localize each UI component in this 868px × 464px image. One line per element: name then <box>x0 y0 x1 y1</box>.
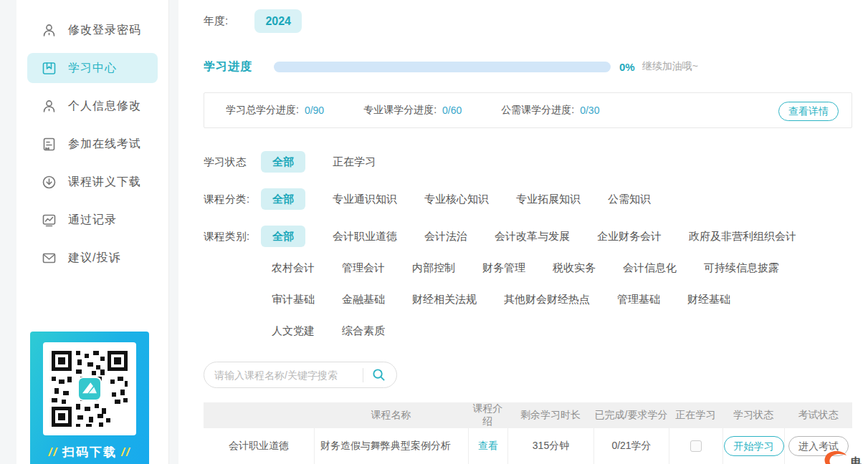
filter-option-综合素质[interactable]: 综合素质 <box>342 320 385 342</box>
filter-options-line: 全部专业通识知识专业核心知识专业拓展知识公需知识 <box>261 188 651 210</box>
course-category-text: 会计职业道德 <box>229 440 289 453</box>
filter-option-税收实务[interactable]: 税收实务 <box>553 257 596 279</box>
filter-option-会计改革与发展[interactable]: 会计改革与发展 <box>495 226 570 247</box>
page: 修改登录密码学习中心个人信息修改参加在线考试课程讲义下载通过记录建议/投诉 <box>0 0 868 464</box>
year-2024-badge[interactable]: 2024 <box>254 9 302 33</box>
filter-option-会计信息化[interactable]: 会计信息化 <box>623 257 677 279</box>
filter-option-管理基础[interactable]: 管理基础 <box>617 289 660 310</box>
filter-option-selected[interactable]: 全部 <box>261 226 305 247</box>
document-icon <box>42 137 57 152</box>
sidebar: 修改登录密码学习中心个人信息修改参加在线考试课程讲义下载通过记录建议/投诉 <box>16 0 169 464</box>
filter-options-line: 农村会计管理会计内部控制财务管理税收实务会计信息化可持续信息披露 <box>261 257 796 279</box>
progress-title: 学习进度 <box>204 59 252 74</box>
filter-options-line: 全部会计职业道德会计法治会计改革与发展企业财务会计政府及非营利组织会计 <box>261 226 796 247</box>
sidebar-item-label: 学习中心 <box>68 61 117 76</box>
search-box <box>204 362 397 388</box>
user-icon <box>42 23 57 38</box>
table-header: 课程名称课程介绍剩余学习时长已完成/要求学分正在学习学习状态考试状态 <box>204 402 852 428</box>
download-icon <box>42 175 57 190</box>
filter-option-企业财务会计[interactable]: 企业财务会计 <box>597 226 662 247</box>
sidebar-item-通过记录[interactable]: 通过记录 <box>27 205 158 235</box>
filter-option-公需知识[interactable]: 公需知识 <box>608 188 651 210</box>
filter-option-财经相关法规[interactable]: 财经相关法规 <box>412 289 477 310</box>
filter-option-其他财会财经热点[interactable]: 其他财会财经热点 <box>504 289 590 310</box>
category-cell: 会计职业道德 <box>204 428 314 464</box>
filter-option-管理会计[interactable]: 管理会计 <box>342 257 385 279</box>
filter-section: 学习状态全部正在学习课程分类:全部专业通识知识专业核心知识专业拓展知识公需知识课… <box>204 151 868 342</box>
filter-options: 全部会计职业道德会计法治会计改革与发展企业财务会计政府及非营利组织会计农村会计管… <box>261 226 796 342</box>
table-body: 会计职业道德财务造假与舞弊典型案例分析查看315分钟0/21学分开始学习进入考试 <box>204 428 852 464</box>
column-header-课程名称: 课程名称 <box>314 402 468 428</box>
course-name-cell: 财务造假与舞弊典型案例分析 <box>314 428 468 464</box>
filter-option-政府及非营利组织会计[interactable]: 政府及非营利组织会计 <box>689 226 796 247</box>
credit-stat: 公需课学分进度:0/30 <box>501 104 599 117</box>
filter-options: 全部正在学习 <box>261 151 376 173</box>
filter-option-专业通识知识[interactable]: 专业通识知识 <box>333 188 397 210</box>
studying-checkbox[interactable] <box>690 440 702 452</box>
user-icon <box>42 99 57 114</box>
remaining-cell: 315分钟 <box>507 428 593 464</box>
qr-code <box>43 342 136 435</box>
year-row: 年度: 2024 <box>204 9 868 33</box>
credit-stats-card: 学习总学分进度:0/90专业课学分进度:0/60公需课学分进度:0/30 查看详… <box>204 92 852 128</box>
floating-service-widget[interactable]: 电 <box>821 450 862 464</box>
scan-download-label: //扫码下载// <box>30 444 149 460</box>
filter-option-内部控制[interactable]: 内部控制 <box>412 257 455 279</box>
sidebar-menu: 修改登录密码学习中心个人信息修改参加在线考试课程讲义下载通过记录建议/投诉 <box>16 0 168 273</box>
sidebar-item-建议/投诉[interactable]: 建议/投诉 <box>27 243 158 273</box>
filter-option-专业核心知识[interactable]: 专业核心知识 <box>424 188 489 210</box>
bookmark-icon <box>42 61 57 76</box>
stat-value: 0/30 <box>580 105 599 116</box>
sidebar-item-label: 通过记录 <box>68 213 117 228</box>
filter-option-专业拓展知识[interactable]: 专业拓展知识 <box>516 188 581 210</box>
filter-option-财务管理[interactable]: 财务管理 <box>482 257 525 279</box>
view-details-button[interactable]: 查看详情 <box>778 102 839 121</box>
table-row: 会计职业道德财务造假与舞弊典型案例分析查看315分钟0/21学分开始学习进入考试 <box>204 428 852 464</box>
start-study-button[interactable]: 开始学习 <box>724 436 784 456</box>
sidebar-item-label: 个人信息修改 <box>68 99 141 114</box>
filter-option-selected[interactable]: 全部 <box>261 188 305 210</box>
filter-option-审计基础[interactable]: 审计基础 <box>272 289 315 310</box>
column-header-考试状态: 考试状态 <box>784 402 852 428</box>
sidebar-item-个人信息修改[interactable]: 个人信息修改 <box>27 91 158 121</box>
filter-options: 全部专业通识知识专业核心知识专业拓展知识公需知识 <box>261 188 651 210</box>
chart-icon <box>42 213 57 228</box>
app-download-card: //扫码下载// 正保会计网校APP <box>30 332 149 464</box>
sidebar-item-label: 参加在线考试 <box>68 137 141 152</box>
credit-stat: 专业课学分进度:0/60 <box>363 104 462 117</box>
filter-row-study-status: 学习状态全部正在学习 <box>204 151 868 173</box>
filter-option-农村会计[interactable]: 农村会计 <box>272 257 315 279</box>
filter-option-人文党建[interactable]: 人文党建 <box>272 320 315 342</box>
filter-option-会计法治[interactable]: 会计法治 <box>424 226 467 247</box>
remaining-time-text: 315分钟 <box>533 440 569 453</box>
credits-cell: 0/21学分 <box>593 428 669 464</box>
year-label: 年度: <box>204 14 228 28</box>
filter-option-selected[interactable]: 全部 <box>261 151 305 173</box>
filter-option-财经基础[interactable]: 财经基础 <box>687 289 730 310</box>
view-intro-link[interactable]: 查看 <box>478 440 498 453</box>
column-header-正在学习: 正在学习 <box>669 402 722 428</box>
slash-decoration: // <box>49 445 58 459</box>
sidebar-item-修改登录密码[interactable]: 修改登录密码 <box>27 15 158 45</box>
app-logo-icon <box>77 377 102 401</box>
credit-stat: 学习总学分进度:0/90 <box>226 104 324 117</box>
orange-logo-icon <box>821 450 849 464</box>
sidebar-item-课程讲义下载[interactable]: 课程讲义下载 <box>27 167 158 197</box>
slash-decoration: // <box>121 445 130 459</box>
sidebar-item-label: 课程讲义下载 <box>68 175 141 190</box>
filter-options-line: 全部正在学习 <box>261 151 376 173</box>
filter-row-course-type: 课程类别:全部会计职业道德会计法治会计改革与发展企业财务会计政府及非营利组织会计… <box>204 226 868 342</box>
filter-option-会计职业道德[interactable]: 会计职业道德 <box>333 226 397 247</box>
stat-value: 0/60 <box>442 105 462 116</box>
stat-label: 专业课学分进度: <box>363 104 437 117</box>
course-table: 课程名称课程介绍剩余学习时长已完成/要求学分正在学习学习状态考试状态 会计职业道… <box>204 402 852 464</box>
sidebar-item-参加在线考试[interactable]: 参加在线考试 <box>27 129 158 159</box>
sidebar-item-学习中心[interactable]: 学习中心 <box>27 53 158 83</box>
status-cell: 开始学习 <box>722 428 784 464</box>
filter-option-金融基础[interactable]: 金融基础 <box>342 289 385 310</box>
search-input[interactable] <box>214 369 358 381</box>
search-icon[interactable] <box>372 368 386 382</box>
filter-option-可持续信息披露[interactable]: 可持续信息披露 <box>704 257 779 279</box>
filter-option-正在学习[interactable]: 正在学习 <box>333 151 376 173</box>
search-row <box>204 362 868 388</box>
